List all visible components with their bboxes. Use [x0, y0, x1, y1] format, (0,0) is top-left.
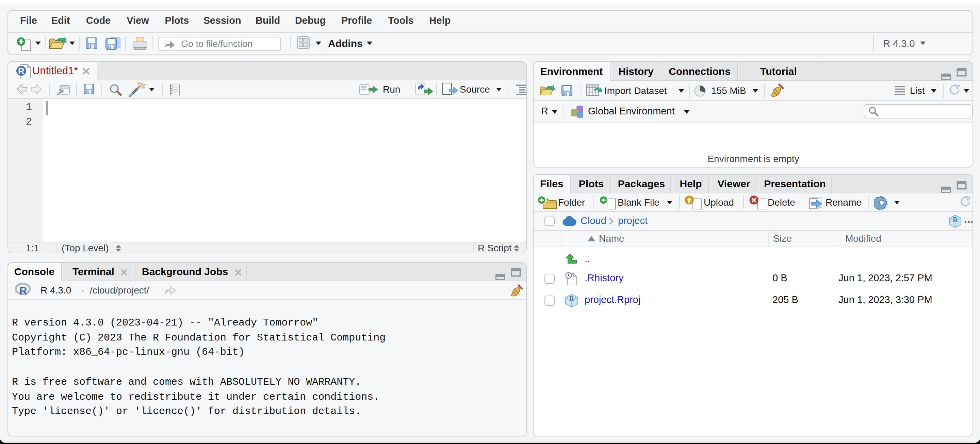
svg-text:R: R [18, 66, 24, 76]
svg-text:R: R [953, 216, 958, 223]
svg-text:R: R [19, 285, 27, 297]
svg-text:R: R [569, 295, 574, 302]
